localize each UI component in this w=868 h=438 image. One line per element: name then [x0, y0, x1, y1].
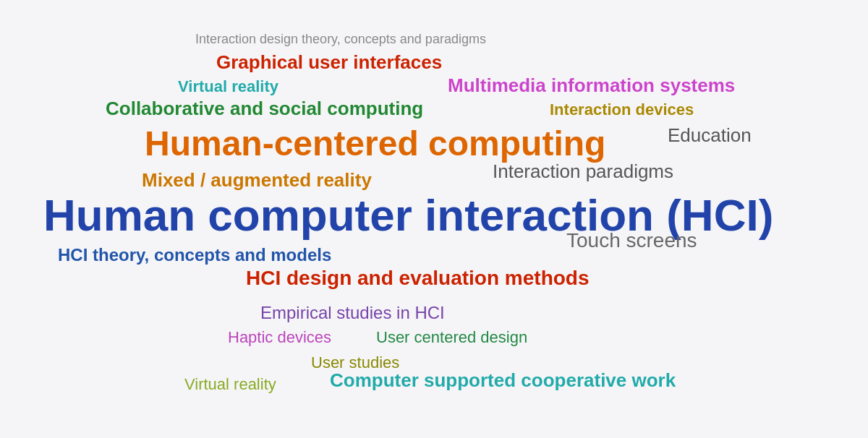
word-haptic-devices: Haptic devices: [228, 329, 331, 346]
word-collaborative-social-computing: Collaborative and social computing: [106, 98, 423, 119]
word-interaction-design-theory: Interaction design theory, concepts and …: [195, 33, 486, 47]
word-education: Education: [668, 125, 752, 146]
word-virtual-reality-1: Virtual reality: [178, 78, 278, 95]
word-interaction-paradigms: Interaction paradigms: [493, 161, 673, 182]
word-interaction-devices: Interaction devices: [550, 101, 694, 119]
word-mixed-augmented-reality: Mixed / augmented reality: [142, 170, 372, 191]
word-human-centered-computing: Human-centered computing: [145, 125, 605, 163]
word-computer-supported-cooperative-work: Computer supported cooperative work: [330, 370, 676, 391]
word-user-centered-design: User centered design: [376, 329, 527, 346]
word-empirical-studies-hci: Empirical studies in HCI: [260, 304, 445, 322]
word-hci-design-evaluation-methods: HCI design and evaluation methods: [246, 267, 590, 290]
word-virtual-reality-2: Virtual reality: [184, 376, 276, 393]
word-cloud: Interaction design theory, concepts and …: [0, 0, 868, 438]
word-multimedia-information-systems: Multimedia information systems: [448, 75, 735, 96]
word-hci-theory-concepts-models: HCI theory, concepts and models: [58, 246, 331, 265]
word-graphical-user-interfaces: Graphical user interfaces: [216, 52, 442, 73]
word-touch-screens: Touch screens: [566, 230, 697, 252]
